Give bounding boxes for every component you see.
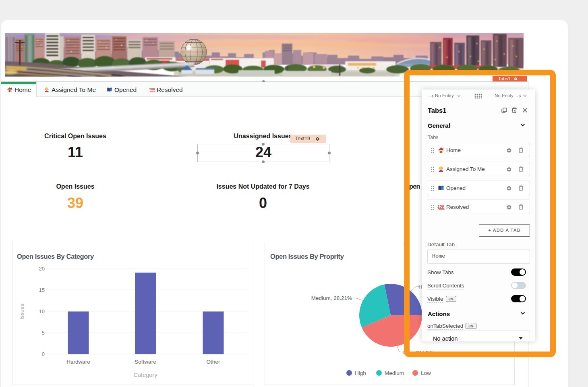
svg-text:Hardware: Hardware — [66, 359, 90, 365]
svg-text:5: 5 — [42, 330, 45, 336]
svg-text:20: 20 — [39, 266, 45, 272]
svg-text:Medium, 28.21%: Medium, 28.21% — [311, 295, 352, 301]
svg-text:100: 100 — [437, 204, 444, 208]
svg-text:0: 0 — [42, 351, 45, 357]
svg-text:Issues: Issues — [19, 304, 25, 319]
svg-text:Low: Low — [421, 370, 431, 376]
svg-text:100: 100 — [149, 87, 155, 91]
svg-text:Medium: Medium — [385, 370, 404, 376]
svg-text:10: 10 — [39, 308, 45, 314]
svg-text:Other: Other — [207, 359, 220, 365]
svg-text:Software: Software — [135, 359, 156, 365]
svg-text:Category: Category — [134, 372, 158, 378]
svg-text:15: 15 — [39, 287, 45, 293]
svg-text:High: High — [355, 370, 366, 376]
